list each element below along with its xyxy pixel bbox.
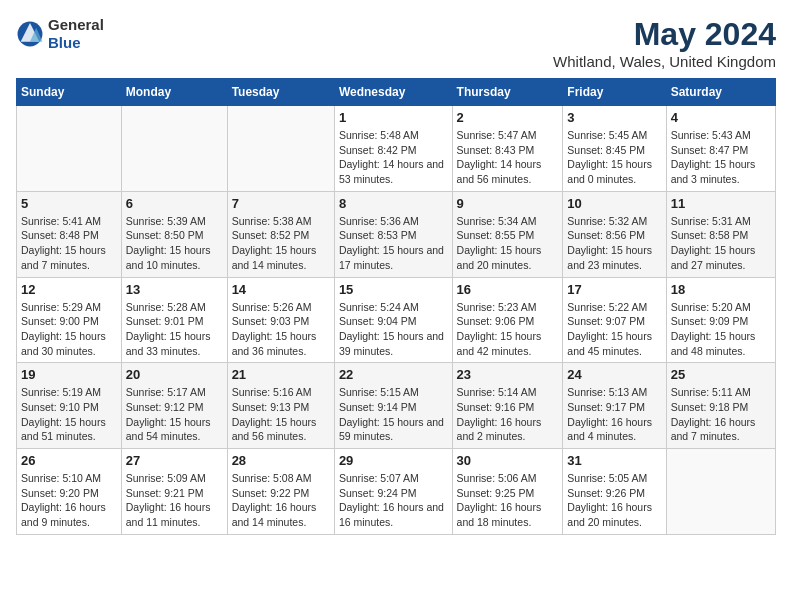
calendar-cell: 8Sunrise: 5:36 AMSunset: 8:53 PMDaylight… (334, 191, 452, 277)
calendar-header: SundayMondayTuesdayWednesdayThursdayFrid… (17, 79, 776, 106)
calendar-cell: 21Sunrise: 5:16 AMSunset: 9:13 PMDayligh… (227, 363, 334, 449)
day-number: 17 (567, 282, 661, 297)
calendar-cell: 13Sunrise: 5:28 AMSunset: 9:01 PMDayligh… (121, 277, 227, 363)
day-number: 1 (339, 110, 448, 125)
day-number: 9 (457, 196, 559, 211)
calendar-cell: 1Sunrise: 5:48 AMSunset: 8:42 PMDaylight… (334, 106, 452, 192)
calendar-cell: 30Sunrise: 5:06 AMSunset: 9:25 PMDayligh… (452, 449, 563, 535)
calendar-cell: 2Sunrise: 5:47 AMSunset: 8:43 PMDaylight… (452, 106, 563, 192)
header-day-wednesday: Wednesday (334, 79, 452, 106)
day-info: Sunrise: 5:26 AMSunset: 9:03 PMDaylight:… (232, 300, 330, 359)
calendar-cell: 5Sunrise: 5:41 AMSunset: 8:48 PMDaylight… (17, 191, 122, 277)
calendar-cell: 20Sunrise: 5:17 AMSunset: 9:12 PMDayligh… (121, 363, 227, 449)
calendar-table: SundayMondayTuesdayWednesdayThursdayFrid… (16, 78, 776, 535)
calendar-cell: 11Sunrise: 5:31 AMSunset: 8:58 PMDayligh… (666, 191, 775, 277)
day-number: 26 (21, 453, 117, 468)
day-number: 5 (21, 196, 117, 211)
header-day-sunday: Sunday (17, 79, 122, 106)
day-info: Sunrise: 5:11 AMSunset: 9:18 PMDaylight:… (671, 385, 771, 444)
calendar-cell: 3Sunrise: 5:45 AMSunset: 8:45 PMDaylight… (563, 106, 666, 192)
logo-general: General Blue (48, 16, 104, 52)
day-number: 28 (232, 453, 330, 468)
day-info: Sunrise: 5:41 AMSunset: 8:48 PMDaylight:… (21, 214, 117, 273)
calendar-cell: 15Sunrise: 5:24 AMSunset: 9:04 PMDayligh… (334, 277, 452, 363)
day-info: Sunrise: 5:17 AMSunset: 9:12 PMDaylight:… (126, 385, 223, 444)
day-number: 13 (126, 282, 223, 297)
calendar-cell: 17Sunrise: 5:22 AMSunset: 9:07 PMDayligh… (563, 277, 666, 363)
day-info: Sunrise: 5:48 AMSunset: 8:42 PMDaylight:… (339, 128, 448, 187)
day-number: 16 (457, 282, 559, 297)
header-day-thursday: Thursday (452, 79, 563, 106)
calendar-cell: 26Sunrise: 5:10 AMSunset: 9:20 PMDayligh… (17, 449, 122, 535)
day-info: Sunrise: 5:45 AMSunset: 8:45 PMDaylight:… (567, 128, 661, 187)
calendar-cell: 25Sunrise: 5:11 AMSunset: 9:18 PMDayligh… (666, 363, 775, 449)
header-day-monday: Monday (121, 79, 227, 106)
day-info: Sunrise: 5:22 AMSunset: 9:07 PMDaylight:… (567, 300, 661, 359)
calendar-cell: 12Sunrise: 5:29 AMSunset: 9:00 PMDayligh… (17, 277, 122, 363)
day-info: Sunrise: 5:05 AMSunset: 9:26 PMDaylight:… (567, 471, 661, 530)
calendar-cell: 31Sunrise: 5:05 AMSunset: 9:26 PMDayligh… (563, 449, 666, 535)
day-info: Sunrise: 5:38 AMSunset: 8:52 PMDaylight:… (232, 214, 330, 273)
day-number: 4 (671, 110, 771, 125)
calendar-cell: 18Sunrise: 5:20 AMSunset: 9:09 PMDayligh… (666, 277, 775, 363)
calendar-body: 1Sunrise: 5:48 AMSunset: 8:42 PMDaylight… (17, 106, 776, 535)
day-info: Sunrise: 5:28 AMSunset: 9:01 PMDaylight:… (126, 300, 223, 359)
day-number: 22 (339, 367, 448, 382)
day-number: 29 (339, 453, 448, 468)
day-info: Sunrise: 5:15 AMSunset: 9:14 PMDaylight:… (339, 385, 448, 444)
day-number: 2 (457, 110, 559, 125)
day-number: 24 (567, 367, 661, 382)
calendar-cell: 19Sunrise: 5:19 AMSunset: 9:10 PMDayligh… (17, 363, 122, 449)
day-info: Sunrise: 5:14 AMSunset: 9:16 PMDaylight:… (457, 385, 559, 444)
calendar-cell: 9Sunrise: 5:34 AMSunset: 8:55 PMDaylight… (452, 191, 563, 277)
calendar-cell (17, 106, 122, 192)
header-day-tuesday: Tuesday (227, 79, 334, 106)
day-number: 6 (126, 196, 223, 211)
calendar-cell: 14Sunrise: 5:26 AMSunset: 9:03 PMDayligh… (227, 277, 334, 363)
day-number: 18 (671, 282, 771, 297)
day-number: 20 (126, 367, 223, 382)
day-number: 27 (126, 453, 223, 468)
day-number: 19 (21, 367, 117, 382)
day-info: Sunrise: 5:32 AMSunset: 8:56 PMDaylight:… (567, 214, 661, 273)
calendar-cell: 10Sunrise: 5:32 AMSunset: 8:56 PMDayligh… (563, 191, 666, 277)
calendar-cell: 28Sunrise: 5:08 AMSunset: 9:22 PMDayligh… (227, 449, 334, 535)
day-info: Sunrise: 5:34 AMSunset: 8:55 PMDaylight:… (457, 214, 559, 273)
calendar-cell (121, 106, 227, 192)
header: General Blue May 2024 Whitland, Wales, U… (16, 16, 776, 70)
day-info: Sunrise: 5:29 AMSunset: 9:00 PMDaylight:… (21, 300, 117, 359)
day-info: Sunrise: 5:13 AMSunset: 9:17 PMDaylight:… (567, 385, 661, 444)
logo: General Blue (16, 16, 104, 52)
day-number: 8 (339, 196, 448, 211)
day-info: Sunrise: 5:08 AMSunset: 9:22 PMDaylight:… (232, 471, 330, 530)
main-title: May 2024 (553, 16, 776, 53)
calendar-cell (666, 449, 775, 535)
week-row-1: 1Sunrise: 5:48 AMSunset: 8:42 PMDaylight… (17, 106, 776, 192)
calendar-cell: 4Sunrise: 5:43 AMSunset: 8:47 PMDaylight… (666, 106, 775, 192)
calendar-cell: 27Sunrise: 5:09 AMSunset: 9:21 PMDayligh… (121, 449, 227, 535)
week-row-4: 19Sunrise: 5:19 AMSunset: 9:10 PMDayligh… (17, 363, 776, 449)
day-number: 23 (457, 367, 559, 382)
calendar-cell (227, 106, 334, 192)
day-info: Sunrise: 5:36 AMSunset: 8:53 PMDaylight:… (339, 214, 448, 273)
calendar-cell: 24Sunrise: 5:13 AMSunset: 9:17 PMDayligh… (563, 363, 666, 449)
week-row-2: 5Sunrise: 5:41 AMSunset: 8:48 PMDaylight… (17, 191, 776, 277)
day-number: 3 (567, 110, 661, 125)
week-row-3: 12Sunrise: 5:29 AMSunset: 9:00 PMDayligh… (17, 277, 776, 363)
day-info: Sunrise: 5:43 AMSunset: 8:47 PMDaylight:… (671, 128, 771, 187)
day-info: Sunrise: 5:10 AMSunset: 9:20 PMDaylight:… (21, 471, 117, 530)
day-number: 30 (457, 453, 559, 468)
calendar-cell: 7Sunrise: 5:38 AMSunset: 8:52 PMDaylight… (227, 191, 334, 277)
day-number: 10 (567, 196, 661, 211)
calendar-cell: 6Sunrise: 5:39 AMSunset: 8:50 PMDaylight… (121, 191, 227, 277)
day-number: 14 (232, 282, 330, 297)
day-info: Sunrise: 5:23 AMSunset: 9:06 PMDaylight:… (457, 300, 559, 359)
day-number: 7 (232, 196, 330, 211)
calendar-cell: 23Sunrise: 5:14 AMSunset: 9:16 PMDayligh… (452, 363, 563, 449)
header-day-friday: Friday (563, 79, 666, 106)
calendar-cell: 29Sunrise: 5:07 AMSunset: 9:24 PMDayligh… (334, 449, 452, 535)
day-info: Sunrise: 5:16 AMSunset: 9:13 PMDaylight:… (232, 385, 330, 444)
logo-icon (16, 20, 44, 48)
day-info: Sunrise: 5:39 AMSunset: 8:50 PMDaylight:… (126, 214, 223, 273)
day-info: Sunrise: 5:24 AMSunset: 9:04 PMDaylight:… (339, 300, 448, 359)
